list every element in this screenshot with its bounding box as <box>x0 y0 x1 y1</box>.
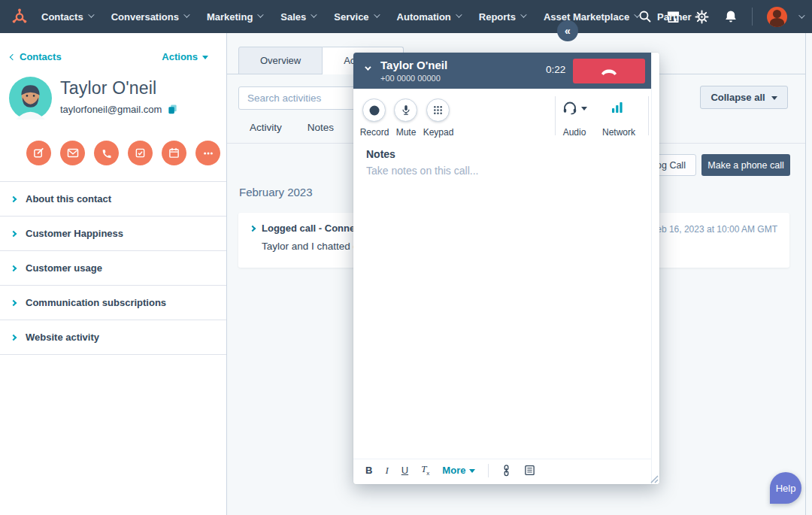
call-phone-number: +00 0000 00000 <box>380 74 441 83</box>
email-icon <box>67 147 79 159</box>
link-icon[interactable] <box>501 465 511 477</box>
sidebar-section-customer-usage[interactable]: Customer usage <box>0 250 226 285</box>
chevron-right-icon <box>11 299 17 305</box>
mute-button[interactable] <box>394 98 417 122</box>
tab-overview[interactable]: Overview <box>238 47 323 74</box>
contact-email: taylorfoneil@gmail.com <box>60 104 162 115</box>
user-avatar[interactable] <box>767 7 787 27</box>
caret-down-icon <box>469 469 475 473</box>
email-button[interactable] <box>60 141 85 165</box>
caret-down-icon <box>456 11 462 17</box>
help-button[interactable]: Help <box>770 472 801 504</box>
controls-divider <box>555 96 556 135</box>
meeting-calendar-icon <box>168 147 180 159</box>
meeting-button[interactable] <box>162 141 186 165</box>
nav-item-contacts[interactable]: Contacts <box>41 11 92 23</box>
audio-label: Audio <box>558 127 591 138</box>
more-actions-button[interactable] <box>195 141 220 165</box>
call-widget-scrollbar-gutter[interactable] <box>651 53 659 484</box>
sidebar-sections: About this contact Customer Happiness Cu… <box>0 181 226 355</box>
chevron-right-icon <box>11 265 17 271</box>
quick-actions <box>26 141 220 165</box>
subtab-notes[interactable]: Notes <box>308 122 334 133</box>
chevron-right-icon[interactable] <box>250 226 256 232</box>
chevron-left-icon <box>10 54 16 60</box>
mute-mic-icon <box>401 105 411 116</box>
keypad-icon <box>433 105 443 115</box>
italic-button[interactable]: I <box>385 465 388 475</box>
resize-handle[interactable] <box>650 475 659 483</box>
hang-up-button[interactable] <box>573 59 645 83</box>
more-formatting-dropdown[interactable]: More <box>442 465 475 475</box>
call-widget-header: Taylor O'neil +00 0000 00000 0:22 <box>353 53 651 89</box>
back-to-contacts-link[interactable]: Contacts <box>11 51 62 62</box>
nav-item-automation[interactable]: Automation <box>397 11 460 23</box>
collapse-all-button[interactable]: Collapse all <box>700 86 788 109</box>
make-phone-call-button[interactable]: Make a phone call <box>701 154 790 176</box>
caret-down-icon <box>581 107 587 111</box>
audio-dropdown[interactable] <box>562 101 587 115</box>
caret-down-icon <box>202 56 208 59</box>
nav-divider <box>752 8 753 26</box>
activity-timestamp: Feb 16, 2023 at 10:00 AM GMT <box>651 224 777 235</box>
actions-dropdown[interactable]: Actions <box>162 51 208 62</box>
month-header: February 2023 <box>239 186 313 198</box>
copy-icon[interactable] <box>167 104 178 115</box>
chevron-right-icon <box>11 195 17 201</box>
nav-item-reports[interactable]: Reports <box>479 11 525 23</box>
network-indicator[interactable] <box>612 101 623 117</box>
nav-item-service[interactable]: Service <box>334 11 377 23</box>
sidebar-section-about-this-contact[interactable]: About this contact <box>0 181 226 216</box>
caret-down-icon <box>374 11 380 17</box>
sidebar-section-website-activity[interactable]: Website activity <box>0 320 226 354</box>
call-widget: Taylor O'neil +00 0000 00000 0:22 <box>353 53 659 484</box>
note-icon <box>33 147 44 159</box>
notes-editor[interactable]: Take notes on this call... <box>366 165 641 177</box>
notifications-bell-icon[interactable] <box>723 10 738 24</box>
caret-down-icon <box>183 11 189 17</box>
settings-gear-icon[interactable] <box>695 10 709 24</box>
nav-item-asset-marketplace[interactable]: Asset Marketplace <box>544 11 638 23</box>
activity-preview: Taylor and I chatted q <box>262 241 359 252</box>
chevron-down-icon[interactable] <box>365 64 371 70</box>
audio-headphones-icon <box>562 101 577 115</box>
bold-button[interactable]: B <box>365 465 372 475</box>
call-contact-name: Taylor O'neil <box>380 59 447 71</box>
subtab-activity[interactable]: Activity <box>250 122 282 133</box>
top-navigation-bar: Contacts Conversations Marketing Sales S… <box>0 0 812 33</box>
task-button[interactable] <box>128 141 153 165</box>
keypad-button[interactable] <box>426 98 450 122</box>
contact-name: Taylor O'neil <box>60 78 156 98</box>
nav-item-sales[interactable]: Sales <box>280 11 315 23</box>
caret-down-icon[interactable] <box>798 12 804 18</box>
call-button[interactable] <box>94 141 119 165</box>
hubspot-logo-icon[interactable] <box>11 8 29 26</box>
ellipsis-icon <box>202 147 214 159</box>
sidebar-section-communication-subscriptions[interactable]: Communication subscriptions <box>0 285 226 320</box>
underline-button[interactable]: U <box>401 465 408 475</box>
record-icon <box>369 105 380 116</box>
activity-title[interactable]: Logged call - Connec <box>262 223 360 234</box>
caret-down-icon <box>771 96 777 100</box>
call-controls: Record Mute Keypad Audio <box>353 89 651 143</box>
chevron-right-icon <box>11 230 17 236</box>
nav-item-conversations[interactable]: Conversations <box>111 11 188 23</box>
record-button[interactable] <box>362 98 386 122</box>
keypad-label: Keypad <box>421 127 456 138</box>
snippet-icon[interactable] <box>524 465 535 476</box>
chevron-right-icon <box>11 334 17 340</box>
marketplace-icon[interactable] <box>666 10 680 24</box>
nav-utilities <box>638 0 803 33</box>
notes-title: Notes <box>366 148 395 160</box>
record-label: Record <box>356 127 392 138</box>
search-icon[interactable] <box>638 10 652 24</box>
collapse-panel-button[interactable]: « <box>557 20 578 41</box>
nav-menu: Contacts Conversations Marketing Sales S… <box>41 11 701 23</box>
caret-down-icon <box>88 11 94 17</box>
nav-item-marketing[interactable]: Marketing <box>207 11 262 23</box>
clear-formatting-button[interactable]: Tx <box>421 464 429 477</box>
call-icon <box>101 147 112 159</box>
note-button[interactable] <box>26 141 51 165</box>
sidebar-section-customer-happiness[interactable]: Customer Happiness <box>0 216 226 250</box>
app-screen: Contacts Conversations Marketing Sales S… <box>0 0 812 515</box>
